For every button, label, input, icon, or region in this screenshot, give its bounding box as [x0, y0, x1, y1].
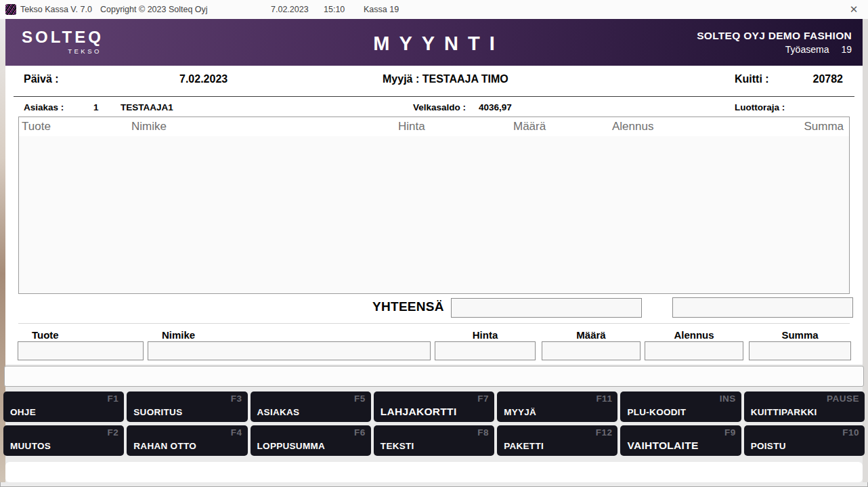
- fkey-label: F10: [842, 427, 859, 438]
- titlebar-copyright: Copyright © 2023 Solteq Oyj: [100, 0, 208, 19]
- fkey-label: F7: [477, 394, 489, 404]
- rahan-otto-button[interactable]: F4RAHAN OTTO: [127, 425, 247, 456]
- titlebar-register: Kassa 19: [364, 0, 399, 19]
- entry-label-summa: Summa: [749, 329, 851, 341]
- receipt-label: Kuitti :: [735, 73, 769, 85]
- fkey-label: F6: [354, 427, 366, 438]
- function-keys-row-2: F2MUUTOS F4RAHAN OTTO F6LOPPUSUMMA F8TEK…: [3, 425, 865, 456]
- date-value: 7.02.2023: [179, 73, 227, 85]
- app-header: SOLTEQ TEKSO MYYNTI SOLTEQ OYJ DEMO FASH…: [5, 19, 863, 66]
- col-alennus: Alennus: [612, 117, 653, 136]
- workstation: Työasema19: [697, 44, 852, 55]
- total-value-field: [451, 298, 642, 318]
- fkey-label: F2: [108, 427, 119, 438]
- status-bar: [5, 462, 863, 482]
- col-nimike: Nimike: [131, 117, 167, 136]
- entry-label-nimike: Nimike: [162, 329, 195, 341]
- lahjakortti-button[interactable]: F7LAHJAKORTTI: [374, 391, 494, 422]
- fkey-label: INS: [720, 394, 736, 404]
- vaihtolaite-button[interactable]: F9VAIHTOLAITE: [620, 425, 741, 456]
- tuote-input[interactable]: [18, 341, 144, 360]
- suoritus-button[interactable]: F3SUORITUS: [127, 391, 247, 422]
- kuittiparkki-button[interactable]: PAUSEKUITTIPARKKI: [744, 391, 865, 422]
- col-maara: Määrä: [513, 117, 546, 136]
- receipt-value: 20782: [775, 73, 843, 85]
- col-tuote: Tuote: [22, 117, 51, 136]
- fkey-label: PAUSE: [827, 394, 859, 404]
- paketti-button[interactable]: F12PAKETTI: [497, 425, 617, 456]
- loppusumma-button[interactable]: F6LOPPUSUMMA: [251, 425, 371, 456]
- customer-label: Asiakas :: [24, 102, 64, 112]
- debt-value: 4036,97: [479, 102, 512, 112]
- customer-number: 1: [93, 102, 99, 112]
- workstation-label: Työasema: [785, 44, 829, 55]
- plu-koodit-button[interactable]: INSPLU-KOODIT: [620, 391, 741, 422]
- fkey-label: F1: [108, 394, 119, 404]
- col-hinta: Hinta: [398, 117, 425, 136]
- fkey-label: F4: [231, 427, 242, 438]
- workstation-number: 19: [841, 44, 852, 55]
- myyja-button[interactable]: F11MYYJÄ: [497, 391, 617, 422]
- entry-label-tuote: Tuote: [32, 329, 59, 341]
- tekso-app-icon: [5, 4, 16, 15]
- window-title: Tekso Kassa V. 7.0: [20, 0, 92, 19]
- seller-line: Myyjä : TESTAAJA TIMO: [383, 73, 508, 85]
- close-icon[interactable]: ✕: [842, 0, 865, 19]
- muutos-button[interactable]: F2MUUTOS: [3, 425, 124, 456]
- command-input[interactable]: [4, 366, 864, 387]
- titlebar: Tekso Kassa V. 7.0 Copyright © 2023 Solt…: [0, 0, 868, 19]
- fkey-label: F3: [231, 394, 242, 404]
- entry-divider: [18, 323, 850, 324]
- titlebar-date: 7.02.2023: [271, 0, 309, 19]
- fkey-label: F5: [354, 394, 366, 404]
- entry-label-maara: Määrä: [542, 329, 641, 341]
- entry-label-hinta: Hinta: [435, 329, 536, 341]
- store-name: SOLTEQ OYJ DEMO FASHION: [697, 30, 852, 42]
- fkey-label: F11: [596, 394, 612, 404]
- seller-value: TESTAAJA TIMO: [422, 73, 508, 85]
- summa-input[interactable]: [749, 341, 851, 360]
- poistu-button[interactable]: F10POISTU: [744, 425, 865, 456]
- total-secondary-field: [672, 297, 853, 318]
- fkey-label: F9: [724, 427, 736, 438]
- maara-input[interactable]: [542, 341, 641, 360]
- date-label: Päivä :: [24, 73, 59, 85]
- credit-label: Luottoraja :: [735, 102, 785, 112]
- items-table-header: Tuote Nimike Hinta Määrä Alennus Summa: [19, 117, 849, 136]
- teksti-button[interactable]: F8TEKSTI: [374, 425, 494, 456]
- customer-name: TESTAAJA1: [121, 102, 173, 112]
- items-table: Tuote Nimike Hinta Määrä Alennus Summa: [18, 117, 850, 294]
- fkey-label: F8: [477, 427, 489, 438]
- col-summa: Summa: [804, 117, 844, 136]
- nimike-input[interactable]: [148, 341, 431, 360]
- asiakas-button[interactable]: F5ASIAKAS: [251, 391, 371, 422]
- total-label: YHTEENSÄ: [372, 299, 444, 314]
- debt-label: Velkasaldo :: [413, 102, 466, 112]
- function-keys-row-1: F1OHJE F3SUORITUS F5ASIAKAS F7LAHJAKORTT…: [3, 391, 865, 422]
- ohje-button[interactable]: F1OHJE: [3, 391, 124, 422]
- fkey-label: F12: [596, 427, 613, 438]
- hinta-input[interactable]: [435, 341, 536, 360]
- titlebar-time: 15:10: [324, 0, 345, 19]
- pos-window: Tekso Kassa V. 7.0 Copyright © 2023 Solt…: [0, 0, 868, 487]
- seller-label: Myyjä :: [383, 73, 419, 85]
- info-divider: [14, 96, 854, 97]
- entry-label-alennus: Alennus: [645, 329, 743, 341]
- store-info: SOLTEQ OYJ DEMO FASHION Työasema19: [697, 30, 852, 55]
- alennus-input[interactable]: [645, 341, 743, 360]
